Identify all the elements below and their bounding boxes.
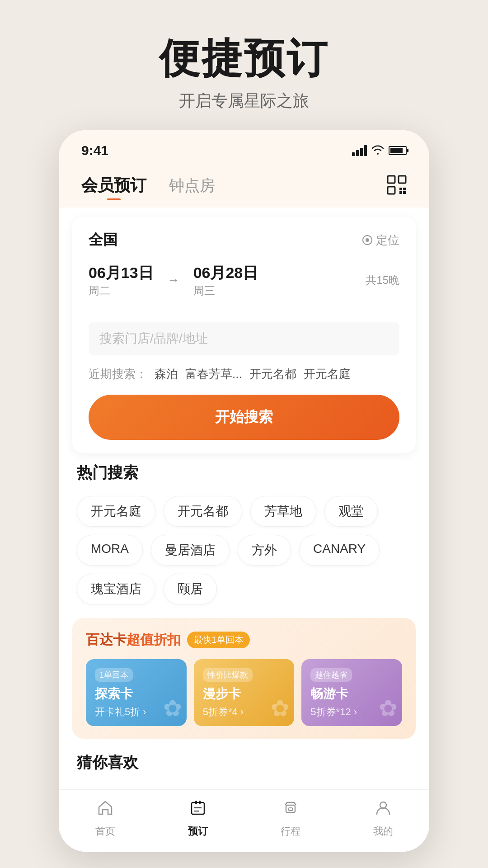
svg-rect-2 bbox=[388, 187, 395, 194]
search-button[interactable]: 开始搜索 bbox=[89, 395, 399, 440]
home-label: 首页 bbox=[95, 825, 115, 838]
hot-tag-3[interactable]: 观堂 bbox=[324, 496, 378, 527]
date-from-main: 06月13日 bbox=[89, 263, 154, 283]
hot-search-section: 热门搜索 开元名庭 开元名都 芳草地 观堂 MORA 曼居酒店 方外 CANAR… bbox=[59, 462, 429, 604]
svg-rect-0 bbox=[388, 176, 395, 183]
svg-rect-3 bbox=[399, 188, 402, 190]
hot-tag-9[interactable]: 颐居 bbox=[164, 574, 217, 604]
bottom-nav-booking[interactable]: 预订 bbox=[188, 799, 208, 838]
date-to-main: 06月28日 bbox=[193, 263, 258, 283]
svg-rect-4 bbox=[403, 188, 406, 190]
promo-card-stroll[interactable]: 性价比爆款 漫步卡 5折券*4 › ✿ bbox=[194, 659, 295, 726]
date-arrow-icon: → bbox=[167, 273, 180, 288]
date-to: 06月28日 周三 bbox=[193, 263, 258, 298]
hot-tag-6[interactable]: 方外 bbox=[238, 535, 291, 566]
battery-icon bbox=[389, 146, 407, 155]
hot-search-title: 热门搜索 bbox=[77, 462, 411, 483]
promo-card-badge-1: 性价比爆款 bbox=[203, 668, 253, 682]
promo-card-icon-0: ✿ bbox=[163, 695, 182, 722]
profile-icon bbox=[374, 799, 392, 821]
booking-icon bbox=[189, 799, 207, 821]
location-dot-icon bbox=[362, 235, 372, 245]
location-button[interactable]: 定位 bbox=[362, 232, 399, 248]
hot-tag-1[interactable]: 开元名都 bbox=[164, 496, 242, 527]
hot-tag-7[interactable]: CANARY bbox=[299, 535, 380, 566]
status-icons bbox=[352, 144, 407, 158]
nights-count: 共15晚 bbox=[366, 273, 399, 288]
phone-mockup: 9:41 会员预订 钟点房 bbox=[59, 130, 429, 852]
trip-icon bbox=[282, 799, 300, 821]
location-text: 全国 bbox=[89, 230, 117, 250]
search-card: 全国 定位 06月13日 周二 → 06月28日 周三 共15晚 搜索门店/品牌… bbox=[72, 217, 416, 453]
search-placeholder: 搜索门店/品牌/地址 bbox=[99, 330, 208, 347]
booking-label: 预订 bbox=[188, 825, 208, 838]
promo-header: 百达卡超值折扣 最快1单回本 bbox=[86, 631, 402, 649]
svg-rect-1 bbox=[399, 176, 406, 183]
tab-hourly-room[interactable]: 钟点房 bbox=[169, 175, 215, 196]
promo-section: 百达卡超值折扣 最快1单回本 1单回本 探索卡 开卡礼5折 › ✿ 性价比爆款 … bbox=[72, 618, 416, 739]
nav-tabs-bar: 会员预订 钟点房 bbox=[59, 165, 429, 208]
svg-rect-9 bbox=[199, 801, 201, 804]
promo-card-icon-2: ✿ bbox=[379, 695, 398, 722]
search-input-row[interactable]: 搜索门店/品牌/地址 bbox=[89, 322, 399, 355]
page-header: 便捷预订 开启专属星际之旅 bbox=[159, 0, 329, 130]
hot-tag-8[interactable]: 瑰宝酒店 bbox=[77, 574, 155, 604]
recent-item-3[interactable]: 开元名庭 bbox=[304, 366, 351, 382]
bottom-nav-home[interactable]: 首页 bbox=[95, 799, 115, 838]
promo-card-badge-2: 越住越省 bbox=[310, 668, 352, 682]
promo-card-icon-1: ✿ bbox=[271, 695, 290, 722]
svg-rect-8 bbox=[195, 801, 197, 804]
promo-card-travel[interactable]: 越住越省 畅游卡 5折券*12 › ✿ bbox=[301, 659, 402, 726]
promo-card-badge-0: 1单回本 bbox=[95, 668, 133, 682]
promo-cards: 1单回本 探索卡 开卡礼5折 › ✿ 性价比爆款 漫步卡 5折券*4 › ✿ 越… bbox=[86, 659, 402, 726]
svg-rect-5 bbox=[399, 191, 402, 194]
guess-section: 猜你喜欢 bbox=[59, 748, 429, 789]
hot-tag-2[interactable]: 芳草地 bbox=[250, 496, 316, 527]
date-from: 06月13日 周二 bbox=[89, 263, 154, 298]
hot-tag-0[interactable]: 开元名庭 bbox=[77, 496, 155, 527]
hot-search-tags: 开元名庭 开元名都 芳草地 观堂 MORA 曼居酒店 方外 CANARY 瑰宝酒… bbox=[77, 496, 411, 604]
bottom-nav-profile[interactable]: 我的 bbox=[373, 799, 393, 838]
svg-rect-13 bbox=[289, 808, 292, 811]
promo-badge: 最快1单回本 bbox=[187, 632, 250, 648]
recent-label: 近期搜索： bbox=[89, 366, 147, 382]
page-title: 便捷预订 bbox=[159, 36, 329, 81]
page-subtitle: 开启专属星际之旅 bbox=[159, 90, 329, 112]
recent-search-row: 近期搜索： 森泊 富春芳草... 开元名都 开元名庭 bbox=[89, 366, 399, 382]
scan-button[interactable] bbox=[387, 175, 407, 197]
date-row[interactable]: 06月13日 周二 → 06月28日 周三 共15晚 bbox=[89, 263, 399, 309]
trip-label: 行程 bbox=[281, 825, 300, 838]
recent-item-2[interactable]: 开元名都 bbox=[249, 366, 296, 382]
tab-member-booking[interactable]: 会员预订 bbox=[81, 175, 146, 197]
recent-item-1[interactable]: 富春芳草... bbox=[185, 366, 242, 382]
svg-rect-12 bbox=[286, 805, 295, 812]
status-time: 9:41 bbox=[81, 143, 108, 158]
status-bar: 9:41 bbox=[59, 130, 429, 165]
location-row: 全国 定位 bbox=[89, 230, 399, 250]
date-to-day: 周三 bbox=[193, 283, 258, 298]
signal-icon bbox=[352, 145, 367, 156]
hot-tag-5[interactable]: 曼居酒店 bbox=[151, 535, 230, 566]
profile-label: 我的 bbox=[373, 825, 393, 838]
hot-tag-4[interactable]: MORA bbox=[77, 535, 143, 566]
home-icon bbox=[96, 799, 114, 821]
guess-title: 猜你喜欢 bbox=[77, 752, 411, 773]
location-label: 定位 bbox=[376, 232, 399, 248]
recent-item-0[interactable]: 森泊 bbox=[155, 366, 178, 382]
promo-card-explore[interactable]: 1单回本 探索卡 开卡礼5折 › ✿ bbox=[86, 659, 187, 726]
wifi-icon bbox=[371, 144, 384, 158]
svg-rect-6 bbox=[403, 191, 406, 194]
date-from-day: 周二 bbox=[89, 283, 154, 298]
bottom-nav-trip[interactable]: 行程 bbox=[281, 799, 300, 838]
promo-title: 百达卡超值折扣 bbox=[86, 631, 181, 649]
bottom-nav: 首页 预订 行程 bbox=[59, 789, 429, 852]
